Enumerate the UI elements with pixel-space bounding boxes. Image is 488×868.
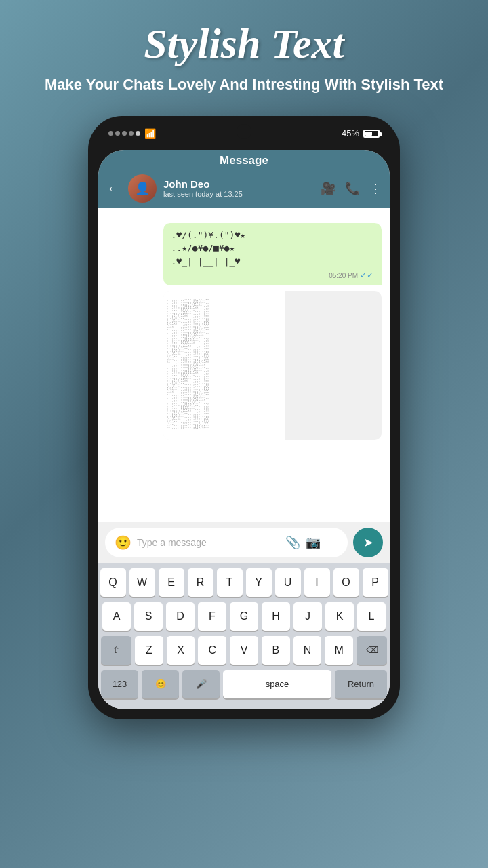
key-j[interactable]: J: [293, 602, 322, 631]
wifi-icon: 📶: [144, 128, 156, 139]
contact-row: ← 👤 John Deo last seen today at 13:25 🎥 …: [98, 170, 390, 208]
avatar-image: 👤: [128, 174, 157, 203]
check-marks: ✓✓: [360, 271, 373, 280]
screen-title-bar: Message: [98, 150, 390, 170]
menu-icon[interactable]: ⋮: [369, 181, 382, 196]
signal-dots: [108, 131, 140, 136]
key-w[interactable]: W: [129, 568, 155, 597]
time-text: 05:20 PM: [329, 272, 358, 279]
ascii-art-container: ..,,,,;;::''""||\\//~~^^ ..,,;;::''""||\…: [163, 291, 285, 440]
message-bubble-image: ..,,,,;;::''""||\\//~~^^ ..,,;;::''""||\…: [163, 291, 382, 440]
chat-messages: .♥/(.")¥.(")♥★..★/●¥●/■¥●★.♥_| |__| |_♥ …: [98, 208, 390, 522]
dot4: [129, 131, 134, 136]
phone-wrapper: 📶 45% Message ←: [88, 116, 400, 719]
key-m[interactable]: M: [325, 636, 353, 665]
contact-status: last seen today at 13:25: [163, 190, 314, 198]
return-key[interactable]: Return: [335, 670, 387, 698]
key-g[interactable]: G: [230, 602, 258, 631]
svg-text:..,,,,;;::''""||\\//~~^^
     : ..,,,,;;::''""||\\//~~^^ ..,,;;::''""||\…: [167, 299, 211, 429]
key-l[interactable]: L: [357, 602, 386, 631]
delete-key[interactable]: ⌫: [357, 636, 387, 665]
message-input-wrapper[interactable]: 🙂 Type a message 📎 📷: [105, 528, 348, 557]
input-icons: 📎 📷: [285, 535, 321, 550]
input-placeholder[interactable]: Type a message: [137, 537, 280, 548]
dot5: [136, 131, 140, 136]
key-a[interactable]: A: [102, 602, 131, 631]
key-u[interactable]: U: [275, 568, 301, 597]
status-right: 45%: [342, 128, 380, 138]
phone-frame: 📶 45% Message ←: [88, 116, 400, 719]
input-bar: 🙂 Type a message 📎 📷 ➤: [98, 522, 390, 563]
emoji-input-icon[interactable]: 🙂: [115, 534, 131, 551]
key-e[interactable]: E: [159, 568, 184, 597]
space-key[interactable]: space: [223, 670, 331, 698]
key-c[interactable]: C: [198, 636, 226, 665]
key-f[interactable]: F: [198, 602, 226, 631]
key-n[interactable]: N: [293, 636, 322, 665]
key-t[interactable]: T: [217, 568, 243, 597]
key-q[interactable]: Q: [100, 568, 126, 597]
dot1: [108, 131, 113, 136]
key-o[interactable]: O: [333, 568, 359, 597]
emoji-key[interactable]: 😊: [142, 670, 179, 698]
dot2: [115, 131, 120, 136]
keyboard-row-1: Q W E R T Y U I O P: [101, 568, 387, 597]
contact-info: John Deo last seen today at 13:25: [163, 178, 314, 198]
page-content: Stylish Text Make Your Chats Lovely And …: [0, 0, 488, 868]
phone-call-icon[interactable]: 📞: [345, 181, 360, 196]
title-section: Stylish Text Make Your Chats Lovely And …: [18, 0, 470, 96]
mic-key[interactable]: 🎤: [182, 670, 220, 698]
key-k[interactable]: K: [325, 602, 354, 631]
ascii-art-svg: ..,,,,;;::''""||\\//~~^^ ..,,;;::''""||\…: [163, 291, 285, 440]
key-r[interactable]: R: [188, 568, 214, 597]
app-subtitle: Make Your Chats Lovely And Intresting Wi…: [18, 75, 470, 96]
back-button[interactable]: ←: [106, 180, 121, 197]
battery-icon: [363, 130, 380, 138]
key-i[interactable]: I: [304, 568, 330, 597]
message-bubble-text: .♥/(.")¥.(")♥★..★/●¥●/■¥●★.♥_| |__| |_♥ …: [163, 223, 382, 286]
key-z[interactable]: Z: [135, 636, 163, 665]
screen-content: Message ← 👤 John Deo last seen today at …: [98, 150, 390, 709]
app-title: Stylish Text: [18, 20, 470, 66]
key-d[interactable]: D: [166, 602, 195, 631]
dot3: [122, 131, 127, 136]
battery-percent: 45%: [342, 128, 359, 138]
key-b[interactable]: B: [262, 636, 290, 665]
key-y[interactable]: Y: [246, 568, 272, 597]
keyboard: Q W E R T Y U I O P A: [98, 563, 390, 709]
numbers-key[interactable]: 123: [101, 670, 138, 698]
phone-screen: Message ← 👤 John Deo last seen today at …: [98, 150, 390, 709]
avatar: 👤: [128, 174, 157, 203]
screen-title: Message: [220, 154, 268, 167]
keyboard-row-bottom: 123 😊 🎤 space Return: [101, 670, 387, 698]
message-time: 05:20 PM ✓✓: [171, 271, 374, 280]
attachment-icon[interactable]: 📎: [285, 535, 300, 550]
key-x[interactable]: X: [167, 636, 195, 665]
battery-fill: [365, 132, 372, 136]
key-s[interactable]: S: [134, 602, 163, 631]
contact-name: John Deo: [163, 178, 314, 190]
key-h[interactable]: H: [262, 602, 290, 631]
key-p[interactable]: P: [363, 568, 388, 597]
send-button[interactable]: ➤: [353, 528, 383, 557]
message-text-art: .♥/(.")¥.(")♥★..★/●¥●/■¥●★.♥_| |__| |_♥: [171, 229, 374, 269]
keyboard-row-2: A S D F G H J K L: [101, 602, 387, 631]
status-bar: 📶 45%: [108, 128, 380, 139]
keyboard-row-3: ⇧ Z X C V B N M ⌫: [101, 636, 387, 665]
header-icons: 🎥 📞 ⋮: [321, 181, 382, 196]
status-left: 📶: [108, 128, 156, 139]
camera-icon[interactable]: 📷: [306, 535, 321, 550]
video-call-icon[interactable]: 🎥: [321, 181, 336, 196]
shift-key[interactable]: ⇧: [101, 636, 131, 665]
key-v[interactable]: V: [230, 636, 258, 665]
